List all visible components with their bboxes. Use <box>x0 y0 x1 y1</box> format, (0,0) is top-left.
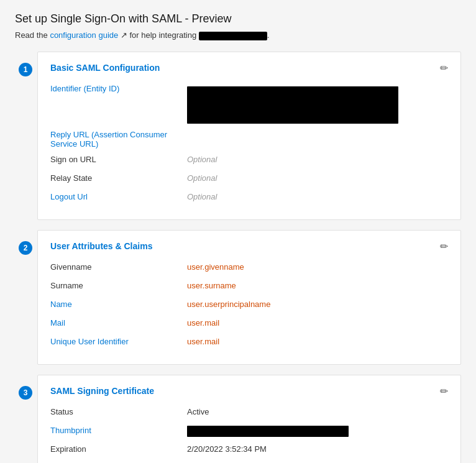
label-name: Name <box>50 298 187 309</box>
value-status: Active <box>187 406 448 416</box>
label-mail: Mail <box>50 317 187 328</box>
label-logout-url: Logout Url <box>50 191 187 201</box>
value-identifier <box>187 83 448 124</box>
label-relay-state: Relay State <box>50 172 187 183</box>
section-1-wrapper: 1 Basic SAML Configuration ✏ Identifier … <box>37 52 461 220</box>
value-givenname: user.givenname <box>187 261 448 272</box>
label-surname: Surname <box>50 280 187 290</box>
row-identifier: Identifier (Entity ID) <box>50 83 448 124</box>
section-2-header: User Attributes & Claims ✏ <box>50 241 448 252</box>
intro-redacted <box>199 32 267 40</box>
section-1-title: Basic SAML Configuration <box>50 63 440 73</box>
section-1-card: Basic SAML Configuration ✏ Identifier (E… <box>37 52 461 220</box>
section-3-wrapper: 3 SAML Signing Certificate ✏ Status Acti… <box>37 375 461 463</box>
row-expiration: Expiration 2/20/2022 3:52:34 PM <box>50 443 448 457</box>
value-relay-state: Optional <box>187 172 448 183</box>
value-thumbprint <box>187 424 448 437</box>
label-identifier: Identifier (Entity ID) <box>50 83 187 93</box>
label-status: Status <box>50 406 187 416</box>
value-unique-user-id: user.mail <box>187 336 448 346</box>
page-title: Set up Single Sign-On with SAML - Previe… <box>15 12 461 25</box>
row-sign-on-url: Sign on URL Optional <box>50 154 448 167</box>
value-surname: user.surname <box>187 280 448 290</box>
value-reply-url <box>187 129 448 130</box>
section-2-edit-icon[interactable]: ✏ <box>440 241 448 252</box>
section-2-number: 2 <box>19 241 32 255</box>
config-guide-link[interactable]: configuration guide <box>50 30 118 40</box>
value-name: user.userprincipalname <box>187 298 448 309</box>
section-2-wrapper: 2 User Attributes & Claims ✏ Givenname u… <box>37 230 461 365</box>
section-1-header: Basic SAML Configuration ✏ <box>50 62 448 74</box>
section-3-edit-icon[interactable]: ✏ <box>440 385 448 397</box>
sections-container: 1 Basic SAML Configuration ✏ Identifier … <box>15 52 461 463</box>
section-3-title: SAML Signing Certificate <box>50 386 440 396</box>
label-unique-user-id: Unique User Identifier <box>50 336 187 346</box>
section-1-number: 1 <box>19 63 32 76</box>
row-thumbprint: Thumbprint <box>50 424 448 438</box>
label-givenname: Givenname <box>50 261 187 272</box>
redacted-thumbprint <box>187 426 349 437</box>
row-name: Name user.userprincipalname <box>50 298 448 312</box>
label-sign-on-url: Sign on URL <box>50 154 187 164</box>
section-1-edit-icon[interactable]: ✏ <box>440 62 448 74</box>
label-expiration: Expiration <box>50 443 187 454</box>
row-mail: Mail user.mail <box>50 317 448 331</box>
section-3-card: SAML Signing Certificate ✏ Status Active… <box>37 375 461 463</box>
value-logout-url: Optional <box>187 191 448 201</box>
redacted-entity-id <box>187 86 398 124</box>
label-thumbprint: Thumbprint <box>50 424 187 435</box>
intro-text: Read the configuration guide ↗ for help … <box>15 30 461 40</box>
section-3-header: SAML Signing Certificate ✏ <box>50 385 448 397</box>
row-surname: Surname user.surname <box>50 280 448 293</box>
value-sign-on-url: Optional <box>187 154 448 164</box>
section-3-number: 3 <box>19 386 32 400</box>
value-mail: user.mail <box>187 317 448 328</box>
label-reply-url: Reply URL (Assertion Consumer Service UR… <box>50 129 187 149</box>
row-givenname: Givenname user.givenname <box>50 261 448 275</box>
value-expiration: 2/20/2022 3:52:34 PM <box>187 443 448 454</box>
row-reply-url: Reply URL (Assertion Consumer Service UR… <box>50 129 448 149</box>
section-2-card: User Attributes & Claims ✏ Givenname use… <box>37 230 461 365</box>
row-relay-state: Relay State Optional <box>50 172 448 186</box>
row-unique-user-id: Unique User Identifier user.mail <box>50 336 448 349</box>
row-status: Status Active <box>50 406 448 419</box>
row-logout-url: Logout Url Optional <box>50 191 448 204</box>
section-2-title: User Attributes & Claims <box>50 241 440 251</box>
